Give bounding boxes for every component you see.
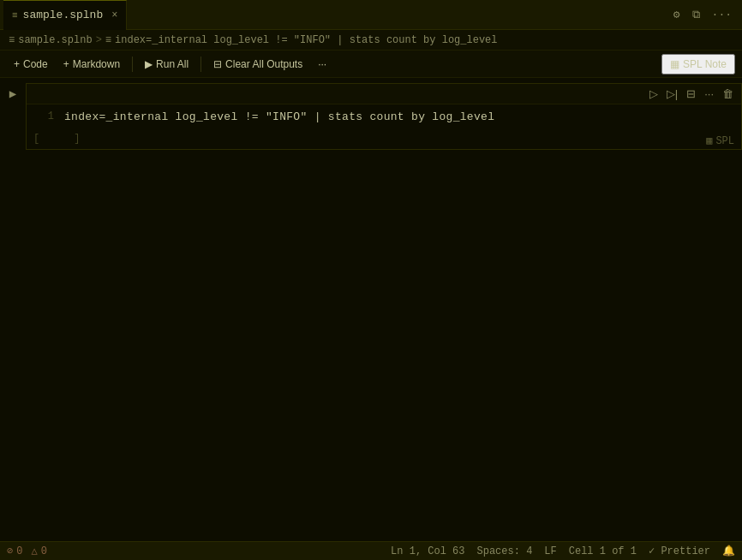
spl-bar-chart-icon: ▦ xyxy=(706,134,712,147)
status-left: ⊘ 0 △ 0 xyxy=(7,545,47,557)
toolbar-separator xyxy=(132,57,133,72)
bracket-open: [ xyxy=(33,133,39,145)
error-icon: ⊘ xyxy=(7,545,13,557)
more-actions-icon[interactable]: ··· xyxy=(712,9,732,21)
breadcrumb-filename: sample.splnb xyxy=(18,34,92,46)
breadcrumb-cell-query: index=_internal log_level != "INFO" | st… xyxy=(115,34,497,46)
split-editor-icon[interactable]: ⧉ xyxy=(692,9,700,21)
tab-label: sample.splnb xyxy=(23,9,104,21)
status-bar: ⊘ 0 △ 0 Ln 1, Col 63 Spaces: 4 LF Cell 1… xyxy=(0,541,742,560)
toolbar-separator-2 xyxy=(200,57,201,72)
formatter-label: Prettier xyxy=(661,545,710,557)
cell-delete-button[interactable]: 🗑 xyxy=(718,86,738,102)
eol-status[interactable]: LF xyxy=(544,545,556,557)
tab-bar: ≡ sample.splnb × ⚙ ⧉ ··· xyxy=(0,0,742,30)
formatter-status[interactable]: ✓ Prettier xyxy=(649,545,710,557)
status-right: Ln 1, Col 63 Spaces: 4 LF Cell 1 of 1 ✓ … xyxy=(391,545,735,557)
line-number: 1 xyxy=(37,110,54,122)
warn-count-value: 0 xyxy=(41,545,47,557)
cell-action-run-next-icon: ▷| xyxy=(667,87,678,100)
cell-run-next-button[interactable]: ▷| xyxy=(662,86,682,102)
cell-action-collapse-icon: ⊟ xyxy=(686,87,696,100)
code-content: index=_internal log_level != "INFO" | st… xyxy=(64,110,494,123)
warn-icon: △ xyxy=(31,545,37,557)
cell-more-button[interactable]: ··· xyxy=(700,86,718,102)
breadcrumb-item-2[interactable]: ≡ index=_internal log_level != "INFO" | … xyxy=(105,34,498,46)
run-all-button[interactable]: ▶ Run All xyxy=(138,56,195,73)
error-count[interactable]: ⊘ 0 xyxy=(7,545,22,557)
tab-settings-row: ⚙ ⧉ ··· xyxy=(673,8,739,21)
clear-all-outputs-button[interactable]: ⊟ Clear All Outputs xyxy=(206,56,309,73)
check-icon: ✓ xyxy=(649,545,655,557)
add-code-button[interactable]: + Code xyxy=(7,56,55,73)
cell-action-more-icon: ··· xyxy=(704,87,714,100)
add-markdown-label: Markdown xyxy=(73,58,120,70)
ln-col-status[interactable]: Ln 1, Col 63 xyxy=(391,545,464,557)
spl-note-button[interactable]: ▦ SPL Note xyxy=(661,54,735,74)
bell-icon[interactable]: 🔔 xyxy=(722,545,735,557)
spl-label-text: SPL xyxy=(715,135,734,147)
breadcrumb-separator: > xyxy=(96,34,102,46)
cell-run-button[interactable]: ▶ xyxy=(0,83,26,101)
breadcrumb-file-icon: ≡ xyxy=(9,34,15,46)
more-toolbar-button[interactable]: ··· xyxy=(311,56,333,73)
settings-icon[interactable]: ⚙ xyxy=(673,8,680,21)
notebook-cell-area: ▶ ▷ ▷| ⊟ ··· 🗑 xyxy=(0,78,742,541)
clear-label: Clear All Outputs xyxy=(225,58,302,70)
cell-info-status: Cell 1 of 1 xyxy=(569,545,637,557)
cell-output-bracket: [ ] xyxy=(27,128,741,149)
cell-action-trash-icon: 🗑 xyxy=(722,87,733,100)
cell-collapse-button[interactable]: ⊟ xyxy=(682,86,700,102)
breadcrumb-cell-icon: ≡ xyxy=(105,34,111,46)
cell-action-run-icon: ▷ xyxy=(649,87,658,100)
code-line-1[interactable]: 1 index=_internal log_level != "INFO" | … xyxy=(27,104,741,128)
warning-count[interactable]: △ 0 xyxy=(31,545,46,557)
toolbar-right: ▦ SPL Note xyxy=(661,54,735,74)
spl-note-icon: ▦ xyxy=(670,58,679,70)
run-all-label: Run All xyxy=(156,58,188,70)
add-markdown-button[interactable]: + Markdown xyxy=(57,56,127,73)
run-all-icon: ▶ xyxy=(145,58,153,70)
add-code-icon: + xyxy=(14,58,20,70)
cell-actions-bar: ▷ ▷| ⊟ ··· 🗑 xyxy=(27,84,741,104)
error-count-value: 0 xyxy=(16,545,22,557)
more-icon: ··· xyxy=(318,58,326,70)
breadcrumb-item-1[interactable]: ≡ sample.splnb xyxy=(9,34,93,46)
cell-run-icon: ▶ xyxy=(9,86,16,101)
bracket-close: ] xyxy=(74,133,80,145)
cell-wrapper: ▶ ▷ ▷| ⊟ ··· 🗑 xyxy=(0,83,742,150)
breadcrumb: ≡ sample.splnb > ≡ index=_internal log_l… xyxy=(0,30,742,51)
clear-icon: ⊟ xyxy=(213,58,222,70)
tab-close-button[interactable]: × xyxy=(111,9,117,21)
add-code-label: Code xyxy=(23,58,48,70)
tab-file-icon: ≡ xyxy=(12,10,18,21)
cell-run-cell-button[interactable]: ▷ xyxy=(645,86,662,102)
spaces-status[interactable]: Spaces: 4 xyxy=(477,545,533,557)
tab-sample-splnb[interactable]: ≡ sample.splnb × xyxy=(3,0,127,30)
spl-note-label: SPL Note xyxy=(683,58,727,70)
add-markdown-icon: + xyxy=(63,58,69,70)
cell-editor[interactable]: ▷ ▷| ⊟ ··· 🗑 1 index=_internal log_level xyxy=(26,83,742,150)
cell-language-label: ▦ SPL xyxy=(706,134,734,147)
notebook-toolbar: + Code + Markdown ▶ Run All ⊟ Clear All … xyxy=(0,51,742,78)
